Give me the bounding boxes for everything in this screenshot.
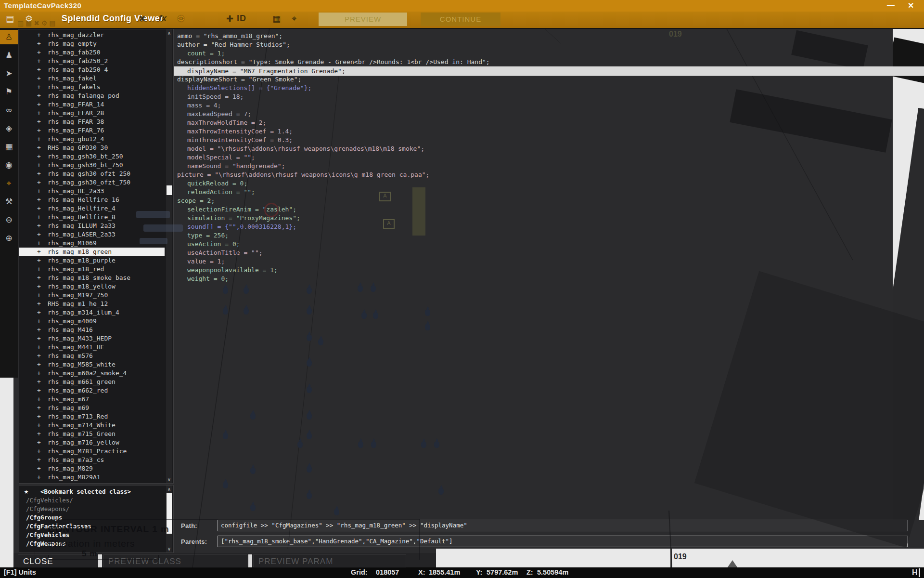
expand-icon[interactable]: +: [37, 326, 41, 334]
expand-icon[interactable]: +: [37, 334, 41, 343]
tree-item[interactable]: +rhs_mag_m662_red: [19, 386, 165, 395]
expand-icon[interactable]: +: [37, 31, 41, 39]
expand-icon[interactable]: +: [37, 352, 41, 360]
tree-item[interactable]: +rhs_mag_HE_2a33: [19, 187, 165, 196]
expand-icon[interactable]: +: [37, 100, 41, 109]
expand-icon[interactable]: +: [37, 170, 41, 178]
expand-icon[interactable]: +: [37, 360, 41, 369]
path-field[interactable]: configfile >> "CfgMagazines" >> "rhs_mag…: [218, 520, 908, 531]
config-line[interactable]: quickReload = 0;: [187, 179, 247, 188]
expand-icon[interactable]: +: [37, 161, 41, 170]
tree-item[interactable]: +rhs_mag_fab250_4: [19, 66, 165, 74]
scroll-down-icon[interactable]: ∨: [166, 546, 172, 552]
expand-icon[interactable]: +: [37, 118, 41, 126]
tree-item[interactable]: +rhs_mag_gsh30_bt_250: [19, 152, 165, 161]
expand-icon[interactable]: +: [37, 369, 41, 378]
tree-item[interactable]: +rhs_mag_M585_white: [19, 360, 165, 369]
tree-item[interactable]: +rhs_mag_m314_ilum_4: [19, 308, 165, 317]
expand-icon[interactable]: +: [37, 178, 41, 187]
tree-item[interactable]: +rhs_mag_FFAR_76: [19, 126, 165, 135]
config-line[interactable]: ammo = "rhs_ammo_m18_green";: [177, 32, 282, 40]
expand-icon[interactable]: +: [37, 438, 41, 447]
tree-item-selected[interactable]: +rhs_mag_m18_green: [19, 248, 165, 256]
config-line[interactable]: model = "\rhsusf\addons\rhsusf_weapons\g…: [187, 144, 424, 153]
expand-icon[interactable]: +: [37, 126, 41, 135]
tree-item[interactable]: +rhs_mag_FFAR_14: [19, 100, 165, 109]
tree-item[interactable]: +rhs_mag_m713_Red: [19, 412, 165, 421]
tree-item[interactable]: +rhs_mag_gsh30_bt_750: [19, 161, 165, 170]
config-line[interactable]: useAction = 0;: [187, 240, 240, 249]
tree-item[interactable]: +rhs_mag_FFAR_28: [19, 109, 165, 118]
tree-item[interactable]: +rhs_mag_M829A1: [19, 473, 165, 482]
config-line[interactable]: minThrowIntensityCoef = 0.3;: [187, 136, 293, 144]
config-line[interactable]: displayNameShort = "Green Smoke";: [177, 75, 301, 84]
tree-item[interactable]: +rhs_mag_m67: [19, 395, 165, 404]
tree-item[interactable]: +rhs_mag_gsh30_ofzt_750: [19, 178, 165, 187]
bookmark-item[interactable]: /CfgGroups: [26, 513, 62, 522]
config-line[interactable]: weight = 0;: [187, 275, 229, 283]
expand-icon[interactable]: +: [37, 39, 41, 48]
minimize-button[interactable]: —: [887, 1, 895, 10]
expand-icon[interactable]: +: [37, 135, 41, 144]
config-line[interactable]: nameSound = "handgrenade";: [187, 162, 285, 171]
move-icon[interactable]: ✚: [226, 13, 233, 24]
expand-icon[interactable]: +: [37, 412, 41, 421]
expand-icon[interactable]: +: [37, 66, 41, 74]
parents-field[interactable]: ["rhs_mag_m18_smoke_base","HandGrenade",…: [218, 536, 908, 547]
hammer-icon[interactable]: ⚒: [0, 195, 18, 209]
expand-icon[interactable]: +: [37, 57, 41, 66]
expand-icon[interactable]: +: [37, 386, 41, 395]
expand-icon[interactable]: +: [37, 421, 41, 430]
tree-item[interactable]: +rhs_mag_M781_Practice: [19, 447, 165, 456]
tree-item[interactable]: +rhs_mag_m716_yellow: [19, 438, 165, 447]
file-icon[interactable]: ▤: [6, 13, 14, 24]
scroll-up-icon[interactable]: ∧: [166, 486, 172, 492]
config-line[interactable]: descriptionshort = "Type: Smoke Grenade …: [177, 58, 490, 66]
expand-icon[interactable]: +: [37, 464, 41, 473]
config-line[interactable]: count = 1;: [187, 49, 225, 58]
tree-item[interactable]: +RHS_mag_GPD30_30: [19, 144, 165, 152]
expand-icon[interactable]: +: [37, 473, 41, 482]
waypoints-icon[interactable]: ⚑: [0, 85, 18, 99]
config-line[interactable]: reloadAction = "";: [187, 188, 255, 197]
tree-item[interactable]: +rhs_mag_gbu12_4: [19, 135, 165, 144]
config-line[interactable]: hiddenSelections[] = {"Grenade"};: [187, 84, 311, 92]
expand-icon[interactable]: +: [37, 204, 41, 213]
tree-scroll-thumb[interactable]: [167, 185, 172, 195]
zoom-out-icon[interactable]: ⊖: [0, 213, 18, 227]
expand-icon[interactable]: +: [37, 378, 41, 386]
config-line[interactable]: simulation = "ProxyMagazines";: [187, 214, 300, 223]
zoom-in-icon[interactable]: ⊕: [0, 231, 18, 246]
magnet-icon[interactable]: ⌖: [0, 176, 18, 191]
id-label[interactable]: ID: [237, 13, 246, 24]
expand-icon[interactable]: +: [37, 48, 41, 57]
close-icon[interactable]: ✕: [908, 1, 914, 10]
expand-icon[interactable]: +: [37, 317, 41, 326]
expand-icon[interactable]: +: [37, 300, 41, 308]
tree-item[interactable]: +rhs_mag_M441_HE: [19, 343, 165, 352]
expand-icon[interactable]: +: [37, 92, 41, 100]
markers-icon[interactable]: ◈: [0, 121, 18, 136]
synchronize-icon[interactable]: ∞: [0, 103, 18, 118]
fx-icon[interactable]: fx: [159, 13, 167, 24]
expand-icon[interactable]: +: [37, 265, 41, 274]
tree-item[interactable]: +rhs_mag_m661_green: [19, 378, 165, 386]
continue-button[interactable]: CONTINUE: [421, 13, 500, 26]
tree-item[interactable]: +rhs_mag_M416: [19, 326, 165, 334]
tree-item[interactable]: +rhs_mag_M829: [19, 464, 165, 473]
config-line[interactable]: maxThrowIntensityCoef = 1.4;: [187, 127, 293, 136]
tree-item[interactable]: +rhs_mag_m18_red: [19, 265, 165, 274]
expand-icon[interactable]: +: [37, 430, 41, 438]
pin-icon[interactable]: ⌖: [292, 13, 296, 24]
config-line[interactable]: maxThrowHoldTime = 2;: [187, 118, 266, 127]
tree-item[interactable]: +rhs_mag_M433_HEDP: [19, 334, 165, 343]
tree-item[interactable]: +rhs_mag_falanga_pod: [19, 92, 165, 100]
expand-icon[interactable]: +: [37, 404, 41, 412]
tree-item[interactable]: +rhs_mag_m576: [19, 352, 165, 360]
config-line[interactable]: initSpeed = 18;: [187, 92, 244, 101]
preview-param-button[interactable]: PREVIEW PARAM: [253, 554, 406, 567]
expand-icon[interactable]: +: [37, 109, 41, 118]
expand-icon[interactable]: +: [37, 343, 41, 352]
tree-item[interactable]: +rhs_mag_fab250: [19, 48, 165, 57]
config-line[interactable]: maxLeadSpeed = 7;: [187, 110, 251, 118]
